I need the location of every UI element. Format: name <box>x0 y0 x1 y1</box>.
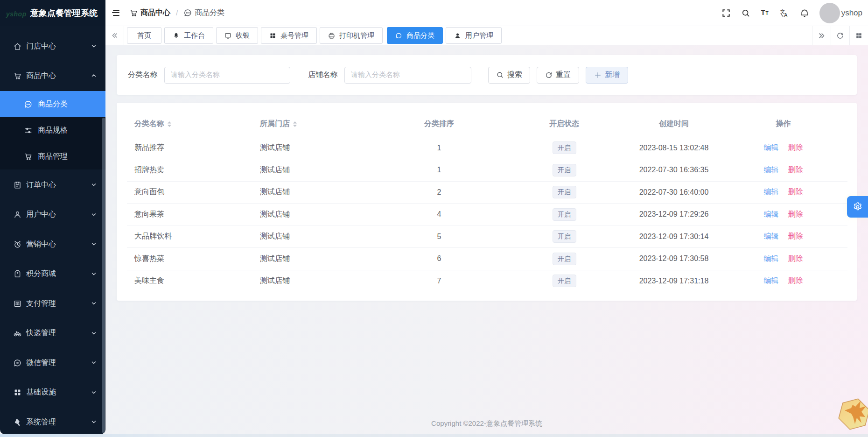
svg-text:T: T <box>761 9 765 16</box>
svg-text:A: A <box>784 13 787 18</box>
svg-text:T: T <box>765 11 768 16</box>
